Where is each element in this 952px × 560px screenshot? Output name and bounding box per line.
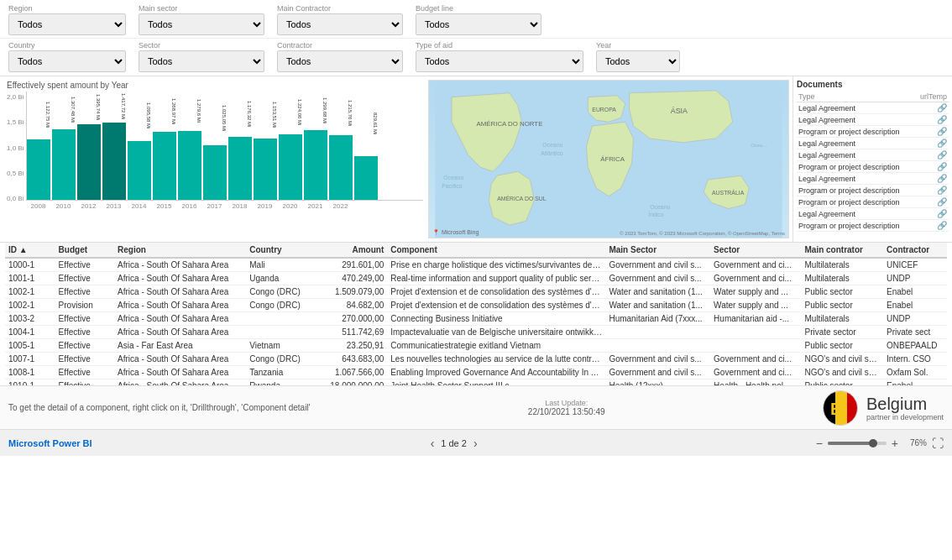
bar-rect[interactable] bbox=[228, 137, 252, 200]
col-sector[interactable]: Sector bbox=[710, 243, 801, 258]
table-cell: Multilaterals bbox=[801, 312, 883, 326]
bar-rect[interactable] bbox=[153, 132, 176, 200]
x-label: 2010 bbox=[51, 202, 75, 210]
doc-link-cell[interactable]: 🔗 bbox=[914, 102, 949, 114]
x-label: 2019 bbox=[253, 202, 276, 210]
filter-region-label: Region bbox=[8, 4, 126, 13]
table-row[interactable]: 1000-1EffectiveAfrica - South Of Sahara … bbox=[5, 258, 947, 272]
bar-rect[interactable] bbox=[304, 130, 327, 200]
bar-value-label: 1.224,06 Mi bbox=[279, 92, 302, 133]
filter-sector-select[interactable]: Todos bbox=[139, 50, 264, 72]
col-maincontractor[interactable]: Main contrator bbox=[801, 243, 883, 258]
table-row[interactable]: 1002-1EffectiveAfrica - South Of Sahara … bbox=[5, 285, 947, 299]
next-page-button[interactable]: › bbox=[473, 437, 478, 450]
table-row[interactable]: 1002-1ProvisionAfrica - South Of Sahara … bbox=[5, 299, 947, 312]
bar-rect[interactable] bbox=[254, 139, 277, 200]
table-cell: 643.683,00 bbox=[315, 353, 388, 366]
doc-link-cell[interactable]: 🔗 bbox=[914, 161, 949, 173]
doc-link-cell[interactable]: 🔗 bbox=[914, 196, 949, 208]
table-cell: Water and sanitation (1... bbox=[605, 299, 710, 312]
col-amount[interactable]: Amount bbox=[315, 243, 388, 258]
filter-contractor-select[interactable]: Todos bbox=[277, 50, 403, 72]
col-mainsector[interactable]: Main Sector bbox=[605, 243, 710, 258]
documents-title: Documents bbox=[797, 80, 949, 89]
filter-maincontractor-select[interactable]: Todos bbox=[277, 13, 403, 35]
table-cell: Vietnam bbox=[246, 339, 314, 353]
table-cell: Africa - South Of Sahara Area bbox=[114, 258, 246, 272]
doc-link-cell[interactable]: 🔗 bbox=[914, 208, 949, 220]
bar-rect[interactable] bbox=[77, 124, 101, 200]
filter-region: Region Todos bbox=[8, 4, 126, 35]
doc-link-cell[interactable]: 🔗 bbox=[914, 185, 949, 196]
bar-rect[interactable] bbox=[354, 156, 378, 200]
col-country[interactable]: Country bbox=[246, 243, 314, 258]
filter-typeofaid-select[interactable]: Todos bbox=[416, 50, 583, 72]
bar-value-label: 1.279,6 Mi bbox=[178, 92, 201, 130]
col-component[interactable]: Component bbox=[387, 243, 605, 258]
col-contractor[interactable]: Contractor bbox=[883, 243, 947, 258]
zoom-slider-track[interactable] bbox=[828, 442, 887, 445]
table-row[interactable]: 1010-1EffectiveAfrica - South Of Sahara … bbox=[5, 379, 947, 386]
table-row[interactable]: 1005-1EffectiveAsia - Far East AreaVietn… bbox=[5, 339, 947, 353]
zoom-minus-icon[interactable]: − bbox=[816, 437, 823, 450]
svg-text:ÁFRICA: ÁFRICA bbox=[600, 155, 625, 163]
data-table-wrapper: ID ▲ Budget Region Country Amount Compon… bbox=[0, 243, 952, 385]
table-row[interactable]: 1001-1EffectiveAfrica - South Of Sahara … bbox=[5, 272, 947, 285]
bar-rect[interactable] bbox=[178, 131, 201, 200]
filter-year-select[interactable]: Todos bbox=[596, 50, 680, 72]
svg-text:Atlântico: Atlântico bbox=[541, 150, 563, 156]
page-indicator: 1 de 2 bbox=[441, 438, 467, 448]
table-cell: Health (12xxx) bbox=[605, 379, 710, 386]
svg-text:Ocea...: Ocea... bbox=[751, 143, 766, 148]
table-row[interactable]: 1003-2EffectiveAfrica - South Of Sahara … bbox=[5, 312, 947, 326]
table-row[interactable]: 1008-1EffectiveAfrica - South Of Sahara … bbox=[5, 366, 947, 379]
x-label: 2017 bbox=[202, 202, 226, 210]
filter-region-select[interactable]: Todos bbox=[8, 13, 126, 35]
doc-type: Legal Agreement bbox=[797, 208, 914, 220]
doc-link-cell[interactable]: 🔗 bbox=[914, 149, 949, 161]
table-row[interactable]: 1004-1EffectiveAfrica - South Of Sahara … bbox=[5, 326, 947, 339]
table-cell bbox=[246, 326, 314, 339]
prev-page-button[interactable]: ‹ bbox=[431, 437, 435, 450]
svg-text:B: B bbox=[830, 400, 842, 418]
doc-row: Program or project description🔗 bbox=[797, 161, 949, 173]
table-cell: Africa - South Of Sahara Area bbox=[114, 379, 246, 386]
bar-rect[interactable] bbox=[279, 134, 302, 200]
bar-rect[interactable] bbox=[102, 123, 126, 200]
table-cell: Real-time information and support qualit… bbox=[387, 272, 605, 285]
x-label bbox=[353, 202, 377, 210]
data-table: ID ▲ Budget Region Country Amount Compon… bbox=[5, 243, 947, 385]
table-cell: UNDP bbox=[883, 312, 947, 326]
bar-rect[interactable] bbox=[27, 139, 50, 200]
filter-budgetline-select[interactable]: Todos bbox=[416, 13, 541, 35]
col-budget[interactable]: Budget bbox=[55, 243, 114, 258]
table-row[interactable]: 1007-1EffectiveAfrica - South Of Sahara … bbox=[5, 353, 947, 366]
doc-link-cell[interactable]: 🔗 bbox=[914, 173, 949, 185]
zoom-plus-icon[interactable]: + bbox=[892, 437, 898, 450]
filter-mainsector-select[interactable]: Todos bbox=[139, 13, 264, 35]
table-cell: Effective bbox=[55, 339, 114, 353]
bar-value-label: 1.153,51 Mi bbox=[254, 92, 277, 138]
doc-row: Legal Agreement🔗 bbox=[797, 102, 949, 114]
filter-country-select[interactable]: Todos bbox=[8, 50, 126, 72]
table-cell: Enabel bbox=[883, 379, 947, 386]
col-id[interactable]: ID ▲ bbox=[5, 243, 55, 258]
flag-svg: B bbox=[824, 391, 858, 426]
doc-link-cell[interactable]: 🔗 bbox=[914, 138, 949, 149]
powerbi-link[interactable]: Microsoft Power BI bbox=[8, 438, 92, 448]
table-cell: Public sector bbox=[801, 339, 883, 353]
bar-rect[interactable] bbox=[52, 129, 76, 200]
doc-link-cell[interactable]: 🔗 bbox=[914, 220, 949, 232]
doc-link-cell[interactable]: 🔗 bbox=[914, 114, 949, 126]
table-cell: Effective bbox=[55, 312, 114, 326]
doc-link-cell[interactable]: 🔗 bbox=[914, 126, 949, 138]
bar-rect[interactable] bbox=[128, 141, 151, 200]
table-cell: Humanitarian Aid (7xxx... bbox=[605, 312, 710, 326]
zoom-level: 76% bbox=[903, 438, 927, 447]
world-map-svg: AMÉRICA DO NORTE AMÉRICA DO SUL EUROPA Á… bbox=[429, 81, 788, 238]
zoom-slider-thumb[interactable] bbox=[869, 439, 877, 447]
bar-rect[interactable] bbox=[203, 145, 227, 200]
col-region[interactable]: Region bbox=[114, 243, 246, 258]
fullscreen-icon[interactable]: ⛶ bbox=[932, 437, 944, 450]
bar-rect[interactable] bbox=[329, 135, 353, 200]
